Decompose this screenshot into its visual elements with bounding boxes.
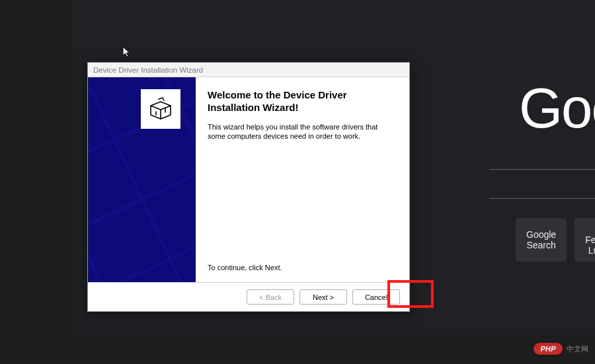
- wizard-sidebar-art: [88, 77, 196, 282]
- badge-text: 中文网: [567, 344, 588, 354]
- google-logo: Google: [519, 76, 595, 141]
- wizard-heading: Welcome to the Device Driver Installatio…: [208, 89, 397, 114]
- dialog-footer: < Back Next > Cancel: [88, 282, 409, 311]
- feeling-lucky-button[interactable]: I'm Feeling Lucky: [575, 218, 595, 262]
- watermark-badge: PHP 中文网: [534, 343, 588, 355]
- back-button: < Back: [247, 289, 294, 305]
- driver-box-icon: [141, 89, 180, 129]
- google-search-button[interactable]: Google Search: [516, 218, 567, 262]
- next-button[interactable]: Next >: [299, 289, 347, 305]
- wizard-description: This wizard helps you install the softwa…: [208, 122, 397, 142]
- mouse-cursor-icon: [122, 46, 132, 61]
- dialog-title: Device Driver Installation Wizard: [93, 66, 203, 74]
- continue-instruction: To continue, click Next.: [208, 264, 397, 274]
- search-input-placeholder[interactable]: [489, 169, 595, 199]
- cancel-button[interactable]: Cancel: [352, 289, 400, 305]
- dialog-titlebar: Device Driver Installation Wizard: [88, 63, 409, 77]
- installer-dialog: Device Driver Installation Wizard Welcom…: [87, 62, 410, 312]
- php-badge: PHP: [534, 343, 563, 355]
